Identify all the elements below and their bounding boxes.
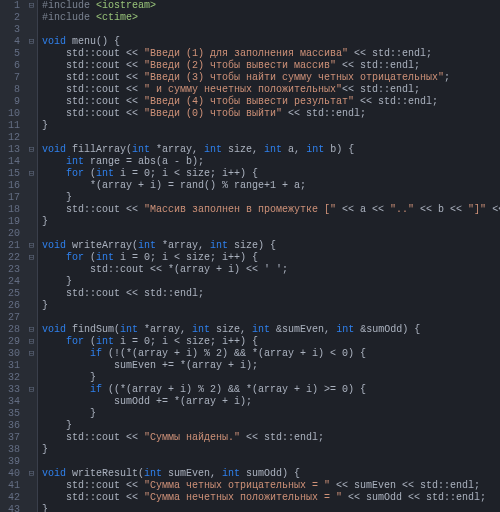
line-number: 40 — [0, 468, 20, 480]
code-line[interactable]: } — [42, 504, 500, 512]
code-line[interactable]: void fillArray(int *array, int size, int… — [42, 144, 500, 156]
line-number: 31 — [0, 360, 20, 372]
fold-marker[interactable]: ⊟ — [26, 0, 37, 12]
fold-marker — [26, 276, 37, 288]
line-number: 13 — [0, 144, 20, 156]
fold-marker — [26, 420, 37, 432]
line-number: 4 — [0, 36, 20, 48]
code-line[interactable]: std::cout << "Сумма нечетных положительн… — [42, 492, 500, 504]
code-line[interactable]: for (int i = 0; i < size; i++) { — [42, 168, 500, 180]
fold-marker — [26, 60, 37, 72]
line-number: 28 — [0, 324, 20, 336]
code-line[interactable]: for (int i = 0; i < size; i++) { — [42, 252, 500, 264]
line-number: 19 — [0, 216, 20, 228]
fold-marker — [26, 408, 37, 420]
code-line[interactable]: if ((*(array + i) % 2) && *(array + i) >… — [42, 384, 500, 396]
fold-marker[interactable]: ⊟ — [26, 324, 37, 336]
code-line[interactable]: } — [42, 120, 500, 132]
fold-marker — [26, 72, 37, 84]
code-line[interactable] — [42, 456, 500, 468]
code-line[interactable]: #include <ctime> — [42, 12, 500, 24]
code-line[interactable]: if (!(*(array + i) % 2) && *(array + i) … — [42, 348, 500, 360]
code-line[interactable]: std::cout << "Введи (0) чтобы выйти" << … — [42, 108, 500, 120]
code-line[interactable] — [42, 132, 500, 144]
fold-marker[interactable]: ⊟ — [26, 168, 37, 180]
code-line[interactable]: std::cout << "Массив заполнен в промежут… — [42, 204, 500, 216]
code-line[interactable]: int range = abs(a - b); — [42, 156, 500, 168]
fold-marker[interactable]: ⊟ — [26, 240, 37, 252]
code-line[interactable]: std::cout << "Введи (1) для заполнения м… — [42, 48, 500, 60]
line-number: 2 — [0, 12, 20, 24]
line-number: 32 — [0, 372, 20, 384]
fold-marker — [26, 504, 37, 512]
line-number: 21 — [0, 240, 20, 252]
code-line[interactable]: } — [42, 276, 500, 288]
line-number: 43 — [0, 504, 20, 512]
code-line[interactable]: std::cout << "Суммы найдены." << std::en… — [42, 432, 500, 444]
fold-column[interactable]: ⊟⊟⊟⊟⊟⊟⊟⊟⊟⊟⊟ — [26, 0, 38, 512]
line-number: 17 — [0, 192, 20, 204]
line-number: 41 — [0, 480, 20, 492]
fold-marker — [26, 108, 37, 120]
fold-marker — [26, 432, 37, 444]
fold-marker[interactable]: ⊟ — [26, 468, 37, 480]
code-line[interactable]: void menu() { — [42, 36, 500, 48]
fold-marker — [26, 216, 37, 228]
fold-marker[interactable]: ⊟ — [26, 252, 37, 264]
code-line[interactable]: } — [42, 216, 500, 228]
fold-marker — [26, 156, 37, 168]
code-line[interactable]: void findSum(int *array, int size, int &… — [42, 324, 500, 336]
fold-marker[interactable]: ⊟ — [26, 348, 37, 360]
fold-marker — [26, 132, 37, 144]
line-number: 15 — [0, 168, 20, 180]
line-number: 10 — [0, 108, 20, 120]
line-number: 24 — [0, 276, 20, 288]
code-line[interactable]: for (int i = 0; i < size; i++) { — [42, 336, 500, 348]
code-line[interactable]: std::cout << "Введи (3) чтобы найти сумм… — [42, 72, 500, 84]
code-line[interactable]: } — [42, 372, 500, 384]
line-number: 11 — [0, 120, 20, 132]
code-line[interactable] — [42, 24, 500, 36]
line-number: 27 — [0, 312, 20, 324]
line-number: 9 — [0, 96, 20, 108]
code-line[interactable]: void writeResult(int sumEven, int sumOdd… — [42, 468, 500, 480]
code-line[interactable]: *(array + i) = rand() % range+1 + a; — [42, 180, 500, 192]
fold-marker[interactable]: ⊟ — [26, 336, 37, 348]
code-line[interactable]: #include <iostream> — [42, 0, 500, 12]
line-number: 34 — [0, 396, 20, 408]
code-line[interactable]: std::cout << "Введи (2) чтобы вывести ма… — [42, 60, 500, 72]
code-line[interactable] — [42, 228, 500, 240]
fold-marker — [26, 84, 37, 96]
code-line[interactable]: sumOdd += *(array + i); — [42, 396, 500, 408]
code-line[interactable]: } — [42, 408, 500, 420]
code-line[interactable]: } — [42, 444, 500, 456]
line-number: 33 — [0, 384, 20, 396]
code-line[interactable]: } — [42, 420, 500, 432]
fold-marker[interactable]: ⊟ — [26, 144, 37, 156]
code-line[interactable]: std::cout << *(array + i) << ' '; — [42, 264, 500, 276]
code-line[interactable]: sumEven += *(array + i); — [42, 360, 500, 372]
line-number: 22 — [0, 252, 20, 264]
fold-marker — [26, 360, 37, 372]
code-editor[interactable]: #include <iostream>#include <ctime>void … — [38, 0, 500, 512]
line-number: 20 — [0, 228, 20, 240]
code-line[interactable]: std::cout << std::endl; — [42, 288, 500, 300]
line-number: 6 — [0, 60, 20, 72]
code-line[interactable]: void writeArray(int *array, int size) { — [42, 240, 500, 252]
fold-marker[interactable]: ⊟ — [26, 36, 37, 48]
code-line[interactable]: std::cout << "Сумма четных отрицательных… — [42, 480, 500, 492]
code-line[interactable] — [42, 312, 500, 324]
line-number: 29 — [0, 336, 20, 348]
fold-marker — [26, 480, 37, 492]
fold-marker — [26, 48, 37, 60]
line-number: 14 — [0, 156, 20, 168]
fold-marker[interactable]: ⊟ — [26, 384, 37, 396]
code-line[interactable]: std::cout << " и сумму нечетных положите… — [42, 84, 500, 96]
line-number: 37 — [0, 432, 20, 444]
code-line[interactable]: std::cout << "Введи (4) чтобы вывести ре… — [42, 96, 500, 108]
fold-marker — [26, 228, 37, 240]
code-line[interactable]: } — [42, 192, 500, 204]
code-line[interactable]: } — [42, 300, 500, 312]
fold-marker — [26, 288, 37, 300]
line-number: 1 — [0, 0, 20, 12]
